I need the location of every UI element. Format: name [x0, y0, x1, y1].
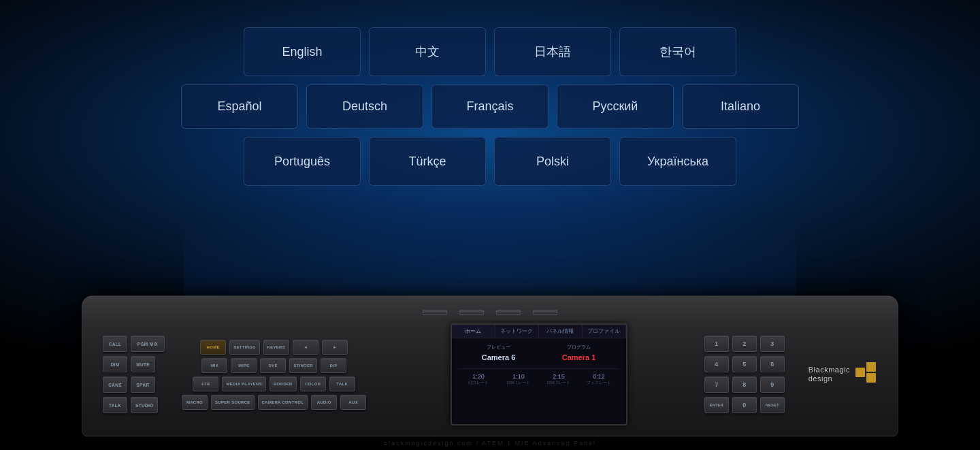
ftb-button[interactable]: FTB [193, 376, 218, 391]
left-row-4: TALK STUDIO [103, 397, 165, 413]
lang-btn-ukrainian[interactable]: Українська [619, 137, 736, 186]
lang-btn-chinese[interactable]: 中文 [369, 27, 486, 76]
screen-tabs: ホーム ネットワーク パネル情報 プロファイル [452, 325, 626, 338]
talk-button-left[interactable]: TALK [103, 397, 127, 413]
lang-btn-korean[interactable]: 한국어 [619, 27, 736, 76]
numpad-row-2: 4 5 6 [704, 356, 785, 372]
tc-val-1: 1:20 [459, 373, 499, 380]
dim-button[interactable]: DIM [103, 356, 127, 372]
spkr-button[interactable]: SPKR [131, 376, 155, 393]
device-content: CALL PGM MIX DIM MUTE CANS SPKR TALK STU… [103, 323, 877, 425]
left-row-2: DIM MUTE [103, 356, 165, 372]
camera-control-button[interactable]: CAMERA CONTROL [258, 395, 308, 410]
middle-row-4: MACRO SUPER SOURCE CAMERA CONTROL AUDIO … [182, 395, 366, 410]
device-screen: ホーム ネットワーク パネル情報 プロファイル プレビュー プログラム Came… [451, 323, 627, 425]
lang-btn-english[interactable]: English [244, 27, 361, 76]
screen-tab-network[interactable]: ネットワーク [495, 325, 539, 338]
mix-button[interactable]: MIX [201, 358, 227, 373]
prev-button[interactable]: ◄ [293, 340, 318, 355]
usb-ports [103, 310, 877, 315]
svg-rect-1 [866, 373, 876, 383]
middle-row-2: MIX WIPE DVE STINGER DIP [182, 358, 366, 373]
tc-val-4: 0:12 [579, 373, 619, 380]
middle-row-3: FTB MEDIA PLAYERS BORDER COLOR TALK [182, 376, 366, 391]
numpad-row-3: 7 8 9 [704, 376, 785, 393]
usb-port-3 [496, 310, 521, 315]
numpad-section: 1 2 3 4 5 6 7 8 9 ENTER 0 RESET [704, 336, 785, 413]
screen-timecodes: 1:20 出力レート 1:10 DSK 1レート 2:15 DSK 2レート [459, 368, 619, 385]
lang-btn-polish[interactable]: Polski [494, 137, 611, 186]
color-button[interactable]: COLOR [300, 376, 326, 391]
lang-btn-german[interactable]: Deutsch [306, 84, 423, 129]
num-btn-6[interactable]: 6 [760, 356, 785, 372]
stinger-button[interactable]: STINGER [289, 358, 317, 373]
tc-1: 1:20 出力レート [459, 373, 499, 385]
dve-button[interactable]: DVE [260, 358, 286, 373]
lang-btn-japanese[interactable]: 日本語 [494, 27, 611, 76]
super-source-button[interactable]: SUPER SOURCE [211, 395, 255, 410]
screen-source-values: Camera 6 Camera 1 [459, 353, 619, 361]
talk-button-mid[interactable]: TALK [329, 376, 355, 391]
usb-port-1 [423, 310, 447, 315]
num-btn-5[interactable]: 5 [732, 356, 757, 372]
call-button[interactable]: CALL [103, 336, 127, 352]
num-btn-9[interactable]: 9 [760, 376, 785, 393]
language-selection-grid: English 中文 日本語 한국어 Español Deutsch Franç… [181, 27, 799, 186]
lang-btn-spanish[interactable]: Español [181, 84, 298, 129]
num-btn-8[interactable]: 8 [732, 376, 757, 393]
reset-button[interactable]: RESET [760, 397, 785, 413]
studio-button[interactable]: STUDIO [131, 397, 158, 413]
screen-tab-profile[interactable]: プロファイル [583, 325, 626, 338]
dip-button[interactable]: DIP [321, 358, 346, 373]
audio-button[interactable]: AUDIO [311, 395, 337, 410]
media-players-button[interactable]: MEDIA PLAYERS [222, 376, 265, 391]
cans-button[interactable]: CANS [103, 376, 127, 393]
blackmagic-icon [855, 362, 877, 387]
left-button-section: CALL PGM MIX DIM MUTE CANS SPKR TALK STU… [103, 336, 165, 413]
num-btn-7[interactable]: 7 [704, 376, 729, 393]
keyers-button[interactable]: KEYERS [263, 340, 289, 355]
num-btn-2[interactable]: 2 [732, 336, 757, 352]
tc-2: 1:10 DSK 1レート [499, 373, 539, 385]
language-row-3: Português Türkçe Polski Українська [244, 137, 736, 186]
lang-btn-turkish[interactable]: Türkçe [369, 137, 486, 186]
tc-label-2: DSK 1レート [499, 381, 539, 385]
tc-label-1: 出力レート [459, 381, 499, 385]
usb-port-4 [533, 310, 557, 315]
tc-val-3: 2:15 [539, 373, 579, 380]
program-value: Camera 1 [539, 353, 619, 361]
border-button[interactable]: BORDER [270, 376, 297, 391]
num-btn-0[interactable]: 0 [732, 397, 757, 413]
aux-button[interactable]: AUX [340, 395, 366, 410]
mute-button[interactable]: MUTE [131, 356, 155, 372]
lang-btn-portuguese[interactable]: Português [244, 137, 361, 186]
macro-button[interactable]: MACRO [182, 395, 208, 410]
pgm-mix-button[interactable]: PGM MIX [131, 336, 165, 352]
screen-tab-panel[interactable]: パネル情報 [539, 325, 583, 338]
numpad-row-4: ENTER 0 RESET [704, 397, 785, 413]
left-row-3: CANS SPKR [103, 376, 165, 393]
screen-body: プレビュー プログラム Camera 6 Camera 1 1:20 出力レート [452, 338, 626, 391]
lang-btn-italian[interactable]: Italiano [682, 84, 799, 129]
blackmagic-logo: Blackmagic design [808, 362, 877, 387]
numpad-row-1: 1 2 3 [704, 336, 785, 352]
lang-btn-french[interactable]: Français [431, 84, 549, 129]
left-row-1: CALL PGM MIX [103, 336, 165, 352]
home-button[interactable]: HOME [200, 340, 226, 355]
num-btn-3[interactable]: 3 [760, 336, 785, 352]
lang-btn-russian[interactable]: Русский [557, 84, 674, 129]
screen-tab-home[interactable]: ホーム [452, 325, 495, 338]
tc-val-2: 1:10 [499, 373, 539, 380]
tc-4: 0:12 フェスレート [579, 373, 619, 385]
next-button[interactable]: ► [322, 340, 348, 355]
preview-value: Camera 6 [459, 353, 539, 361]
num-btn-4[interactable]: 4 [704, 356, 729, 372]
wipe-button[interactable]: WIPE [231, 358, 257, 373]
usb-port-2 [459, 310, 484, 315]
program-label: プログラム [539, 344, 619, 351]
enter-button[interactable]: ENTER [704, 397, 729, 413]
num-btn-1[interactable]: 1 [704, 336, 729, 352]
screen-section: ホーム ネットワーク パネル情報 プロファイル プレビュー プログラム Came… [383, 323, 694, 425]
settings-button[interactable]: SETTINGS [229, 340, 259, 355]
watermark-text: blackmagicdesign.com / ATEM 1 M/E Advanc… [384, 440, 596, 447]
